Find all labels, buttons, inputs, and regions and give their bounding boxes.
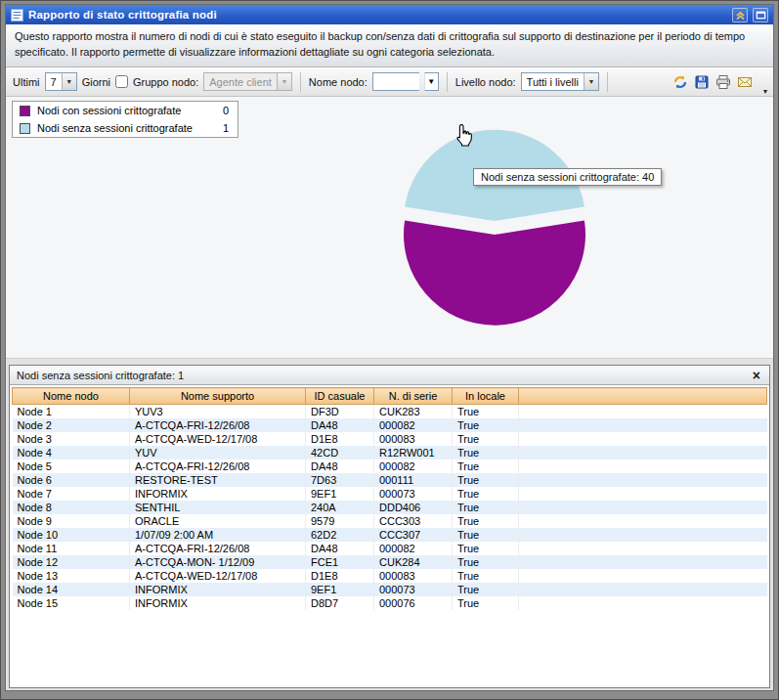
- table-cell: 000111: [374, 473, 453, 487]
- table-row[interactable]: Node 8SENTHIL240ADDD406True: [13, 501, 767, 514]
- table-row[interactable]: Node 13A-CTCQA-WED-12/17/08D1E8000083Tru…: [13, 569, 767, 583]
- toolbar-separator: [607, 72, 608, 92]
- days-select[interactable]: 7 ▼: [45, 72, 77, 91]
- table-row[interactable]: Node 4YUV42CDR12RW001True: [13, 446, 767, 459]
- table-cell: True: [453, 542, 519, 555]
- legend-swatch-unencrypted: [20, 123, 30, 134]
- giorni-label: Giorni: [82, 76, 110, 88]
- table-row[interactable]: Node 2A-CTCQA-FRI-12/26/08DA48000082True: [13, 418, 767, 432]
- collapse-button[interactable]: [732, 8, 748, 22]
- table-cell: A-CTCQA-WED-12/17/08: [130, 569, 306, 583]
- table-cell: CUK284: [374, 555, 453, 569]
- chevron-down-icon[interactable]: ▼: [62, 73, 76, 90]
- column-header-filler: [519, 388, 767, 405]
- window-title: Rapporto di stato crittografia nodi: [28, 9, 727, 21]
- table-cell: INFORMIX: [130, 487, 306, 501]
- toolbar-separator: [300, 72, 301, 92]
- table-cell: DDD406: [374, 501, 453, 514]
- chevron-down-icon[interactable]: ▼: [584, 73, 598, 90]
- report-icon: [11, 9, 23, 22]
- table-row[interactable]: Node 12A-CTCQA-MON- 1/12/09FCE1CUK284Tru…: [13, 555, 767, 569]
- nome-nodo-input[interactable]: [372, 72, 419, 91]
- livello-nodo-label: Livello nodo:: [455, 76, 516, 88]
- toolbar-separator: [447, 72, 448, 92]
- column-header-nome-nodo[interactable]: Nome nodo: [13, 388, 130, 405]
- table-cell: Node 12: [13, 555, 130, 569]
- nome-nodo-dropdown-icon[interactable]: ▼: [424, 72, 439, 91]
- days-select-value: 7: [46, 76, 62, 88]
- table-cell: 9579: [306, 514, 374, 528]
- column-header-in-locale[interactable]: In locale: [453, 388, 519, 405]
- table-cell: [519, 583, 767, 596]
- table-cell: Node 15: [13, 596, 130, 610]
- table-cell: A-CTCQA-FRI-12/26/08: [130, 418, 306, 432]
- table-cell: DF3D: [306, 405, 374, 419]
- gruppo-nodo-label: Gruppo nodo:: [133, 76, 198, 88]
- save-button[interactable]: [694, 74, 710, 90]
- table-cell: Node 8: [13, 501, 130, 514]
- printer-icon: [715, 74, 731, 90]
- table-cell: True: [453, 473, 519, 487]
- table-cell: Node 4: [13, 446, 130, 459]
- table-row[interactable]: Node 11A-CTCQA-FRI-12/26/08DA48000082Tru…: [13, 542, 767, 555]
- nome-nodo-label: Nome nodo:: [309, 76, 368, 88]
- column-header-id-casuale[interactable]: ID casuale: [306, 388, 374, 405]
- table-cell: True: [453, 487, 519, 501]
- table-cell: SENTHIL: [130, 501, 306, 514]
- table-cell: A-CTCQA-FRI-12/26/08: [130, 542, 306, 555]
- table-cell: R12RW001: [374, 446, 453, 459]
- table-row[interactable]: Node 7INFORMIX9EF1000073True: [13, 487, 767, 501]
- refresh-button[interactable]: [672, 74, 688, 90]
- email-button[interactable]: [737, 74, 753, 90]
- toolbar-overflow-icon[interactable]: ▾: [763, 88, 767, 96]
- print-button[interactable]: [715, 74, 731, 90]
- table-cell: Node 10: [13, 528, 130, 542]
- report-description: Questo rapporto mostra il numero di nodi…: [6, 24, 773, 67]
- table-cell: True: [453, 501, 519, 514]
- table-cell: [519, 542, 767, 555]
- chart-legend: Nodi con sessioni crittografate 0 Nodi s…: [12, 101, 238, 138]
- table-row[interactable]: Node 9ORACLE9579CCC303True: [13, 514, 767, 528]
- table-cell: D1E8: [306, 569, 374, 583]
- envelope-icon: [737, 74, 753, 90]
- maximize-button[interactable]: [753, 8, 768, 22]
- legend-item[interactable]: Nodi con sessioni crittografate 0: [13, 102, 238, 119]
- table-header-row: Nome nodo Nome supporto ID casuale N. di…: [13, 388, 767, 405]
- column-header-n-di-serie[interactable]: N. di serie: [374, 388, 453, 405]
- table-cell: D1E8: [306, 432, 374, 446]
- save-icon: [694, 74, 710, 90]
- giorni-checkbox[interactable]: [115, 75, 128, 88]
- toolbar-actions: [672, 74, 753, 90]
- table-cell: True: [453, 459, 519, 473]
- livello-nodo-select[interactable]: Tutti i livelli ▼: [521, 72, 599, 91]
- table-cell: FCE1: [306, 555, 374, 569]
- details-title: Nodi senza sessioni crittografate: 1: [17, 370, 751, 381]
- legend-item[interactable]: Nodi senza sessioni crittografate 1: [13, 119, 238, 137]
- table-cell: [519, 405, 767, 419]
- column-header-nome-supporto[interactable]: Nome supporto: [130, 388, 306, 405]
- titlebar[interactable]: Rapporto di stato crittografia nodi: [6, 5, 773, 24]
- legend-value: 0: [223, 105, 231, 116]
- table-row[interactable]: Node 5A-CTCQA-FRI-12/26/08DA48000082True: [13, 459, 767, 473]
- table-cell: [519, 569, 767, 583]
- ultimi-label: Ultimi: [13, 76, 40, 88]
- table-row[interactable]: Node 1YUV3DF3DCUK283True: [13, 405, 767, 419]
- close-icon[interactable]: ×: [751, 369, 762, 382]
- table-row[interactable]: Node 15INFORMIXD8D7000076True: [13, 596, 767, 610]
- window-frame: Rapporto di stato crittografia nodi Ques…: [0, 0, 779, 700]
- table-cell: YUV3: [130, 405, 306, 419]
- table-row[interactable]: Node 101/07/09 2:00 AM62D2CCC307True: [13, 528, 767, 542]
- maximize-icon: [756, 10, 766, 21]
- table-row[interactable]: Node 14INFORMIX9EF1000073True: [13, 583, 767, 596]
- pie-slice[interactable]: [404, 221, 585, 326]
- table-cell: INFORMIX: [130, 583, 306, 596]
- report-window: Rapporto di stato crittografia nodi Ques…: [5, 4, 774, 691]
- table-cell: [519, 487, 767, 501]
- refresh-icon: [672, 74, 688, 90]
- table-cell: 62D2: [306, 528, 374, 542]
- chart-panel: Nodi con sessioni crittografate 0 Nodi s…: [6, 97, 773, 359]
- table-row[interactable]: Node 3A-CTCQA-WED-12/17/08D1E8000083True: [13, 432, 767, 446]
- table-row[interactable]: Node 6RESTORE-TEST7D63000111True: [13, 473, 767, 487]
- table-cell: True: [453, 555, 519, 569]
- table-cell: Node 7: [13, 487, 130, 501]
